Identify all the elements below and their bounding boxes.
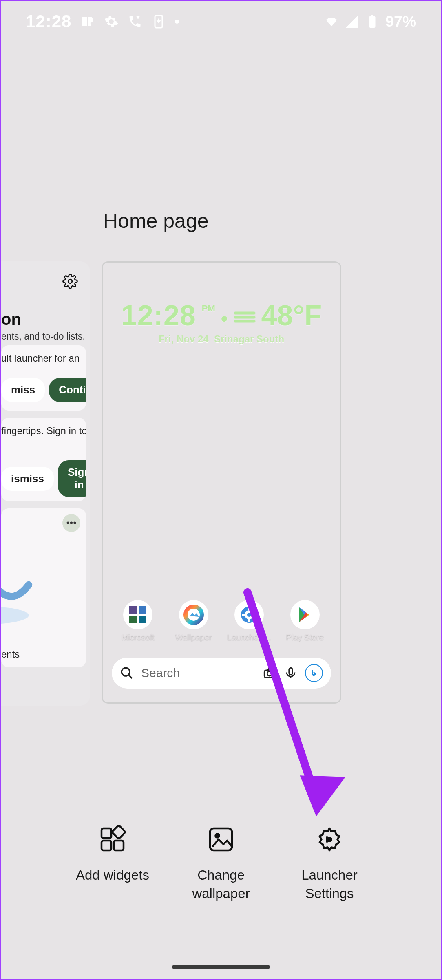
battery-percent: 97% <box>385 13 416 31</box>
status-clock: 12:28 <box>26 12 71 31</box>
app-row: Microsoft Wallpaper Launcher … Play Stor… <box>110 600 333 642</box>
widgets-icon <box>98 825 127 854</box>
battery-icon <box>365 14 380 29</box>
app-play-store[interactable]: Play Store <box>281 600 329 642</box>
svg-rect-24 <box>112 825 126 839</box>
app-microsoft[interactable]: Microsoft <box>113 600 162 642</box>
page-previews[interactable]: on ents, and to-do lists. ult launcher f… <box>1 261 441 714</box>
gear-icon <box>104 14 119 29</box>
feed-card-default-launcher[interactable]: ult launcher for an miss Continue <box>1 345 86 411</box>
svg-rect-16 <box>254 614 256 616</box>
feed-page-preview[interactable]: on ents, and to-do lists. ult launcher f… <box>1 261 90 706</box>
svg-rect-14 <box>248 619 250 622</box>
change-wallpaper-button[interactable]: Change wallpaper <box>168 825 274 903</box>
app-wallpaper[interactable]: Wallpaper <box>169 600 218 642</box>
home-page-preview[interactable]: 12:28 PM • 48°F Fri, Nov 24 Srinagar Sou… <box>102 261 341 704</box>
action-label: Change wallpaper <box>168 866 274 903</box>
feed-card-footer: ntments <box>1 649 20 660</box>
widget-separator: • <box>221 307 228 330</box>
add-widgets-button[interactable]: Add widgets <box>60 825 166 903</box>
widget-ampm: PM <box>202 303 215 314</box>
feed-heading: on ents, and to-do lists. <box>1 310 87 342</box>
svg-rect-8 <box>139 606 146 614</box>
feed-heading-text: on <box>1 310 87 329</box>
app-label: Microsoft <box>113 633 162 642</box>
play-store-icon <box>290 600 320 629</box>
svg-rect-10 <box>139 616 146 623</box>
svg-point-26 <box>216 834 219 838</box>
dismiss-button[interactable]: ismiss <box>1 467 54 491</box>
page-title: Home page <box>103 209 209 233</box>
svg-rect-23 <box>114 841 124 850</box>
feed-card-illustration[interactable]: ••• ntments <box>1 508 86 667</box>
feed-card-text: ult launcher for an <box>1 352 82 365</box>
action-label: Launcher Settings <box>276 866 382 903</box>
action-label: Add widgets <box>60 866 166 885</box>
launcher-gear-icon <box>234 600 264 629</box>
app-label: Launcher … <box>225 633 274 642</box>
signin-button[interactable]: Sign in <box>58 460 86 497</box>
svg-rect-2 <box>369 16 375 28</box>
card-illustration <box>1 549 46 631</box>
camera-icon[interactable] <box>263 666 276 680</box>
dismiss-button[interactable]: miss <box>1 378 45 402</box>
search-icon <box>120 666 134 680</box>
missed-call-icon <box>128 14 142 29</box>
svg-point-19 <box>267 671 272 676</box>
status-bar: 12:28 97% <box>1 1 441 42</box>
svg-rect-9 <box>129 616 137 623</box>
widget-date-location: Fri, Nov 24 Srinagar South <box>103 333 340 345</box>
bottom-actions: Add widgets Change wallpaper Launcher Se… <box>1 825 441 903</box>
widget-time: 12:28 <box>121 299 196 332</box>
search-placeholder: Search <box>141 666 255 680</box>
microsoft-folder-icon <box>123 600 152 629</box>
search-bar[interactable]: Search <box>112 658 331 689</box>
app-label: Play Store <box>281 633 329 642</box>
widget-temp: 48°F <box>261 299 322 332</box>
svg-rect-7 <box>129 606 137 614</box>
feed-card-signin[interactable]: fingertips. Sign in to ismiss Sign in <box>1 418 86 501</box>
weather-icon <box>234 309 256 325</box>
wallpaper-icon <box>179 600 208 629</box>
app-label: Wallpaper <box>169 633 218 642</box>
microphone-icon[interactable] <box>284 666 298 680</box>
app-launcher-settings[interactable]: Launcher … <box>225 600 274 642</box>
svg-point-17 <box>122 668 130 676</box>
svg-rect-21 <box>102 828 111 838</box>
bing-icon[interactable] <box>305 664 323 682</box>
wallpaper-icon <box>206 825 236 854</box>
status-right: 97% <box>324 13 416 31</box>
svg-point-5 <box>1 606 29 625</box>
svg-rect-3 <box>371 15 373 17</box>
wifi-icon <box>324 14 339 29</box>
more-icon[interactable]: ••• <box>62 514 80 532</box>
svg-rect-0 <box>82 17 87 26</box>
svg-rect-15 <box>242 614 245 616</box>
download-icon <box>151 14 166 29</box>
status-left: 12:28 <box>26 12 179 31</box>
feed-subheading-text: ents, and to-do lists. <box>1 331 87 342</box>
cellular-icon <box>345 14 359 29</box>
svg-rect-13 <box>248 608 250 610</box>
continue-button[interactable]: Continue <box>49 378 86 402</box>
feed-card-text: fingertips. Sign in to <box>1 424 82 437</box>
more-notifications-icon <box>175 20 179 24</box>
svg-point-4 <box>68 279 72 283</box>
svg-rect-20 <box>289 668 293 675</box>
feed-settings-icon[interactable] <box>62 274 78 289</box>
clock-weather-widget[interactable]: 12:28 PM • 48°F Fri, Nov 24 Srinagar Sou… <box>103 299 340 345</box>
svg-rect-22 <box>102 841 111 850</box>
launcher-settings-button[interactable]: Launcher Settings <box>276 825 382 903</box>
gesture-nav-handle[interactable] <box>172 965 270 969</box>
settings-icon <box>315 825 344 854</box>
notification-id-icon <box>80 14 95 29</box>
